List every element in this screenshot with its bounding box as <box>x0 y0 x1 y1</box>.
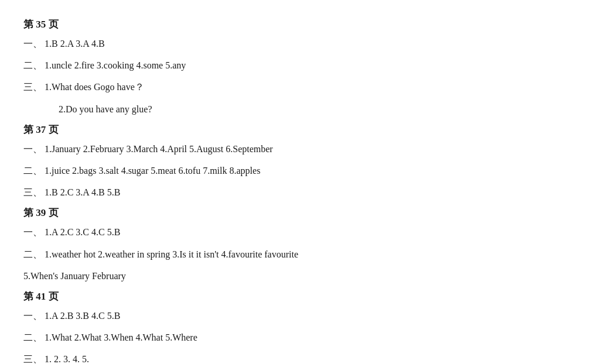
question-content: 1.uncle 2.fire 3.cooking 4.some 5.any <box>45 57 577 73</box>
question-label: 二、 <box>23 163 42 178</box>
question-line: 三、1.What does Gogo have？ <box>23 79 577 95</box>
question-content: 1.What does Gogo have？ <box>45 79 577 95</box>
main-content: 第 35 页一、1.B 2.A 3.A 4.B二、1.uncle 2.fire … <box>23 18 577 364</box>
question-line: 二、1.juice 2.bags 3.salt 4.sugar 5.meat 6… <box>23 163 577 178</box>
question-label: 二、 <box>23 329 42 345</box>
question-line: 一、1.A 2.C 3.C 4.C 5.B <box>23 224 577 240</box>
question-line: 二、1.weather hot 2.weather in spring 3.Is… <box>23 246 577 262</box>
page-title-page35: 第 35 页 <box>23 18 577 31</box>
question-label: 一、 <box>23 308 42 324</box>
page-title-page37: 第 37 页 <box>23 123 577 136</box>
question-label: 二、 <box>23 57 42 73</box>
indented-line: 2.Do you have any glue? <box>23 101 577 117</box>
question-line: 一、1.January 2.February 3.March 4.April 5… <box>23 141 577 157</box>
question-line: 5.When's January February <box>23 268 577 284</box>
question-line: 一、1.A 2.B 3.B 4.C 5.B <box>23 308 577 324</box>
page-title-page39: 第 39 页 <box>23 206 577 219</box>
question-content: 1.A 2.B 3.B 4.C 5.B <box>45 308 577 324</box>
question-label: 二、 <box>23 246 42 262</box>
question-content: 5.When's January February <box>23 268 577 284</box>
question-content: 1.A 2.C 3.C 4.C 5.B <box>45 224 577 240</box>
question-label: 三、 <box>23 184 42 200</box>
question-content: 1.B 2.C 3.A 4.B 5.B <box>45 184 577 200</box>
question-label: 一、 <box>23 224 42 240</box>
question-content: 1. 2. 3. 4. 5. <box>45 351 577 364</box>
question-label: 一、 <box>23 36 42 51</box>
question-content: 1.B 2.A 3.A 4.B <box>45 36 577 51</box>
question-line: 一、1.B 2.A 3.A 4.B <box>23 36 577 51</box>
question-label: 一、 <box>23 141 42 157</box>
question-line: 二、1.What 2.What 3.When 4.What 5.Where <box>23 329 577 345</box>
question-line: 三、1. 2. 3. 4. 5. <box>23 351 577 364</box>
question-line: 三、1.B 2.C 3.A 4.B 5.B <box>23 184 577 200</box>
question-content: 1.weather hot 2.weather in spring 3.Is i… <box>45 246 577 262</box>
question-content: 1.juice 2.bags 3.salt 4.sugar 5.meat 6.t… <box>45 163 577 178</box>
question-content: 1.January 2.February 3.March 4.April 5.A… <box>45 141 577 157</box>
question-content: 1.What 2.What 3.When 4.What 5.Where <box>45 329 577 345</box>
question-label: 三、 <box>23 79 42 95</box>
page-title-page41: 第 41 页 <box>23 290 577 303</box>
question-label: 三、 <box>23 351 42 364</box>
question-line: 二、1.uncle 2.fire 3.cooking 4.some 5.any <box>23 57 577 73</box>
